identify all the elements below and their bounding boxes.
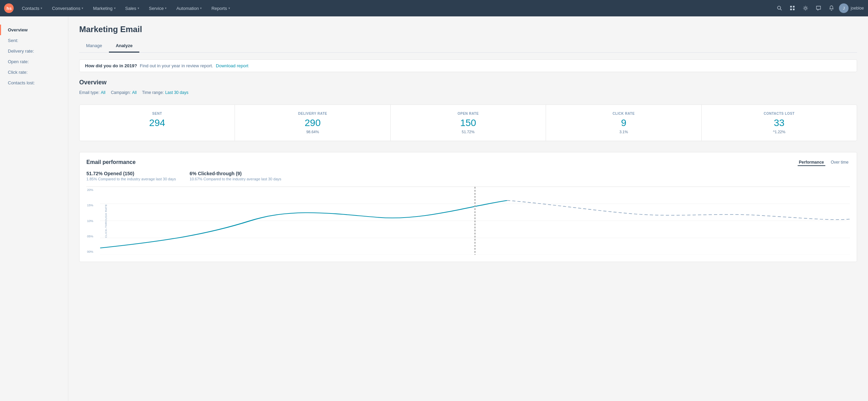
svg-point-2: [778, 6, 781, 9]
y-label-5: 20%: [87, 188, 93, 192]
stat-sent: SENT 294: [80, 105, 235, 141]
performance-chart: [100, 187, 850, 255]
stat-click-rate-sub: 3.1%: [551, 130, 696, 134]
sidebar-item-contacts-lost[interactable]: Contacts lost:: [0, 78, 68, 88]
svg-point-8: [804, 7, 807, 9]
nav-item-marketing[interactable]: Marketing ▾: [89, 0, 120, 16]
filter-campaign: Campaign: All: [111, 90, 137, 95]
email-performance-section: Email performance Performance Over time …: [79, 152, 857, 262]
chart-tabs: Performance Over time: [798, 159, 850, 166]
sidebar-item-delivery-rate[interactable]: Delivery rate:: [0, 46, 68, 56]
y-label-4: 15%: [87, 204, 93, 207]
filter-campaign-value[interactable]: All: [132, 90, 137, 95]
stat-contacts-lost: CONTACTS LOST 33 ^1.22%: [702, 105, 857, 141]
perf-metric-opened-title: 51.72% Opened (150): [86, 171, 176, 176]
page-title: Marketing Email: [79, 25, 857, 34]
stat-open-rate-label: OPEN RATE: [396, 112, 540, 115]
filters-bar: Email type: All Campaign: All Time range…: [79, 90, 857, 95]
main-content: Marketing Email Manage Analyze How did y…: [68, 16, 868, 401]
sidebar: Overview Sent: Delivery rate: Open rate:…: [0, 16, 68, 401]
page-wrapper: Overview Sent: Delivery rate: Open rate:…: [0, 16, 868, 401]
year-review-banner: How did you do in 2019? Find out in your…: [79, 59, 857, 72]
stat-click-rate: CLICK RATE 9 3.1%: [546, 105, 701, 141]
stat-contacts-lost-sub: ^1.22%: [707, 130, 851, 134]
sidebar-item-overview[interactable]: Overview: [0, 25, 68, 35]
navbar-right: J joebloe: [774, 3, 864, 14]
search-icon[interactable]: [774, 3, 785, 14]
chevron-down-icon: ▾: [200, 6, 202, 10]
perf-metric-clicked-title: 6% Clicked-through (9): [190, 171, 281, 176]
chevron-down-icon: ▾: [82, 6, 83, 10]
stat-open-rate-sub: 51.72%: [396, 130, 540, 134]
overview-section-title: Overview: [79, 79, 857, 86]
stats-grid: SENT 294 DELIVERY RATE 290 98.64% OPEN R…: [79, 105, 857, 141]
tab-manage[interactable]: Manage: [79, 40, 109, 53]
sidebar-item-open-rate[interactable]: Open rate:: [0, 56, 68, 67]
svg-text:hs: hs: [6, 6, 12, 11]
stat-delivery-rate-value: 290: [240, 117, 384, 128]
stat-sent-label: SENT: [85, 112, 229, 115]
chevron-down-icon: ▾: [114, 6, 116, 10]
perf-metric-clicked-sub: 10.67% Compared to the industry average …: [190, 177, 281, 181]
chart-area: 20% 15% 10% 05% 00% CLICK-THROUGH RATE: [86, 186, 850, 255]
stat-open-rate: OPEN RATE 150 51.72%: [391, 105, 546, 141]
y-label-2: 05%: [87, 235, 93, 238]
nav-item-conversations[interactable]: Conversations ▾: [48, 0, 87, 16]
svg-rect-5: [793, 6, 795, 8]
filter-time-range-value[interactable]: Last 30 days: [165, 90, 188, 95]
filter-time-range-label: Time range:: [142, 90, 164, 95]
perf-metric-clicked: 6% Clicked-through (9) 10.67% Compared t…: [190, 171, 281, 181]
performance-title: Email performance: [86, 159, 136, 165]
chevron-down-icon: ▾: [138, 6, 139, 10]
nav-item-contacts[interactable]: Contacts ▾: [18, 0, 46, 16]
nav-item-sales[interactable]: Sales ▾: [121, 0, 144, 16]
filter-email-type-label: Email type:: [79, 90, 99, 95]
avatar[interactable]: J: [839, 3, 849, 13]
y-label-1: 00%: [87, 250, 93, 253]
y-label-3: 10%: [87, 219, 93, 223]
stat-sent-value: 294: [85, 117, 229, 128]
settings-icon[interactable]: [800, 3, 811, 14]
navbar: hs Contacts ▾ Conversations ▾ Marketing …: [0, 0, 868, 16]
filter-time-range: Time range: Last 30 days: [142, 90, 188, 95]
chart-tab-over-time[interactable]: Over time: [829, 159, 850, 166]
perf-metric-opened: 51.72% Opened (150) 1.85% Compared to th…: [86, 171, 176, 181]
tab-analyze[interactable]: Analyze: [109, 40, 139, 53]
hubspot-logo[interactable]: hs: [4, 3, 14, 13]
stat-click-rate-value: 9: [551, 117, 696, 128]
perf-metrics: 51.72% Opened (150) 1.85% Compared to th…: [86, 171, 850, 181]
filter-email-type: Email type: All: [79, 90, 106, 95]
chevron-down-icon: ▾: [41, 6, 42, 10]
stat-delivery-rate-sub: 98.64%: [240, 130, 384, 134]
stat-click-rate-label: CLICK RATE: [551, 112, 696, 115]
page-tabs: Manage Analyze: [79, 40, 857, 53]
apps-icon[interactable]: [787, 3, 798, 14]
nav-item-service[interactable]: Service ▾: [145, 0, 171, 16]
svg-rect-6: [790, 9, 792, 10]
svg-rect-7: [793, 9, 795, 10]
filter-campaign-label: Campaign:: [111, 90, 131, 95]
stat-contacts-lost-value: 33: [707, 117, 851, 128]
banner-description: Find out in your year in review report.: [140, 63, 213, 68]
stat-delivery-rate: DELIVERY RATE 290 98.64%: [235, 105, 390, 141]
banner-question: How did you do in 2019?: [85, 63, 137, 68]
stat-open-rate-value: 150: [396, 117, 540, 128]
perf-metric-opened-sub: 1.85% Compared to the industry average l…: [86, 177, 176, 181]
notifications-icon[interactable]: [826, 3, 837, 14]
nav-item-automation[interactable]: Automation ▾: [172, 0, 206, 16]
chevron-down-icon: ▾: [165, 6, 167, 10]
sidebar-item-click-rate[interactable]: Click rate:: [0, 67, 68, 78]
chat-icon[interactable]: [813, 3, 824, 14]
nav-item-reports[interactable]: Reports ▾: [207, 0, 234, 16]
stat-delivery-rate-label: DELIVERY RATE: [240, 112, 384, 115]
chart-tab-performance[interactable]: Performance: [798, 159, 825, 166]
download-report-link[interactable]: Download report: [216, 63, 248, 68]
svg-line-3: [780, 9, 782, 10]
svg-rect-4: [790, 6, 792, 8]
chevron-down-icon: ▾: [228, 6, 230, 10]
filter-email-type-value[interactable]: All: [101, 90, 105, 95]
sidebar-item-sent[interactable]: Sent:: [0, 35, 68, 46]
username-label[interactable]: joebloe: [851, 6, 864, 11]
stat-contacts-lost-label: CONTACTS LOST: [707, 112, 851, 115]
